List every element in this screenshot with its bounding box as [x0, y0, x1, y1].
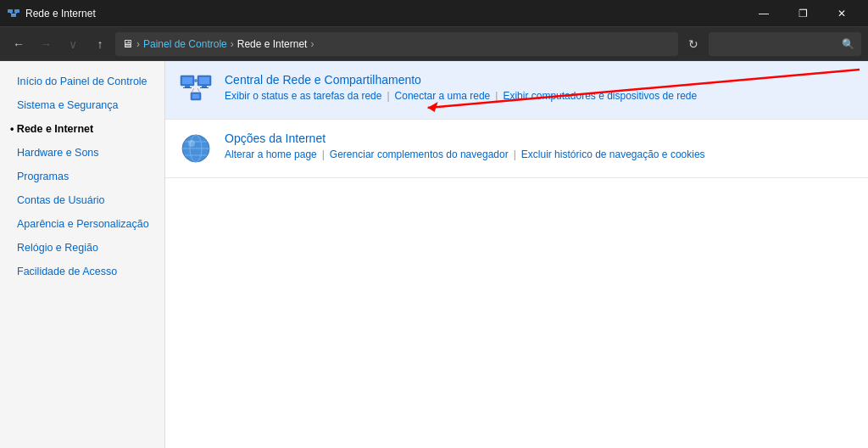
- sidebar-item-programas[interactable]: Programas: [0, 165, 164, 188]
- link-exibir-status[interactable]: Exibir o status e as tarefas da rede: [225, 90, 381, 102]
- link-conectar[interactable]: Conectar a uma rede: [395, 90, 491, 102]
- maximize-button[interactable]: ❐: [783, 0, 822, 27]
- svg-point-26: [188, 140, 195, 147]
- title-bar-controls: — ❐ ✕: [744, 0, 861, 27]
- network-sharing-body: Central de Rede e Compartilhamento Exibi…: [225, 73, 854, 102]
- minimize-button[interactable]: —: [744, 0, 783, 27]
- internet-options-body: Opções da Internet Alterar a home page |…: [225, 132, 854, 160]
- sidebar: Início do Painel de Controle Sistema e S…: [0, 61, 165, 448]
- link-exibir-computadores[interactable]: Exibir computadores e dispositivos de re…: [503, 90, 697, 102]
- sidebar-item-rede[interactable]: Rede e Internet: [0, 117, 164, 141]
- sidebar-item-inicio[interactable]: Início do Painel de Controle: [0, 70, 164, 93]
- svg-rect-13: [202, 86, 207, 87]
- title-bar-text: Rede e Internet: [25, 8, 744, 20]
- sidebar-item-hardware[interactable]: Hardware e Sons: [0, 141, 164, 165]
- link-alterar-home[interactable]: Alterar a home page: [225, 148, 317, 160]
- svg-rect-0: [8, 9, 13, 13]
- main-content: Início do Painel de Controle Sistema e S…: [0, 61, 868, 448]
- divider-1: |: [387, 90, 389, 102]
- divider-3: |: [322, 148, 325, 160]
- divider-4: |: [514, 148, 516, 160]
- divider-2: |: [495, 90, 498, 102]
- sidebar-item-facilidade[interactable]: Facilidade de Acesso: [0, 260, 164, 283]
- sidebar-item-relogio[interactable]: Relógio e Região: [0, 236, 164, 260]
- path-separator-1: ›: [136, 38, 140, 50]
- link-excluir-historico[interactable]: Excluir histórico de navegação e cookies: [521, 148, 705, 160]
- network-sharing-title[interactable]: Central de Rede e Compartilhamento: [225, 73, 854, 87]
- search-icon: 🔍: [842, 38, 854, 50]
- title-bar: Rede e Internet — ❐ ✕: [0, 0, 868, 27]
- path-segment-2: Rede e Internet: [237, 38, 308, 50]
- up-button[interactable]: ↑: [88, 32, 112, 56]
- internet-options-section: Opções da Internet Alterar a home page |…: [165, 120, 868, 178]
- refresh-button[interactable]: ↻: [682, 32, 705, 56]
- svg-rect-8: [182, 77, 192, 84]
- link-gerenciar-complementos[interactable]: Gerenciar complementos do navegador: [330, 148, 509, 160]
- network-sharing-links: Exibir o status e as tarefas da rede | C…: [225, 90, 854, 102]
- content-area: Central de Rede e Compartilhamento Exibi…: [165, 61, 868, 448]
- dropdown-button[interactable]: ∨: [61, 32, 85, 56]
- network-sharing-section: Central de Rede e Compartilhamento Exibi…: [165, 61, 868, 120]
- internet-options-icon: [179, 132, 213, 165]
- path-separator-2: ›: [231, 38, 234, 50]
- title-bar-icon: [7, 7, 20, 20]
- back-button[interactable]: ←: [7, 32, 31, 56]
- svg-rect-18: [192, 94, 199, 98]
- internet-options-links: Alterar a home page | Gerenciar compleme…: [225, 148, 854, 160]
- path-segment-1[interactable]: Painel de Controle: [143, 38, 227, 50]
- svg-rect-1: [14, 9, 19, 13]
- internet-options-title[interactable]: Opções da Internet: [225, 132, 854, 145]
- svg-line-20: [198, 88, 200, 92]
- svg-point-16: [194, 79, 198, 82]
- sidebar-item-contas[interactable]: Contas de Usuário: [0, 188, 164, 212]
- sidebar-item-sistema[interactable]: Sistema e Segurança: [0, 93, 164, 117]
- search-box[interactable]: 🔍: [709, 32, 861, 56]
- svg-rect-10: [183, 87, 192, 88]
- close-button[interactable]: ✕: [822, 0, 861, 27]
- forward-button[interactable]: →: [34, 32, 58, 56]
- svg-rect-9: [185, 86, 190, 87]
- address-path: 🖥 › Painel de Controle › Rede e Internet…: [115, 32, 678, 56]
- address-bar: ← → ∨ ↑ 🖥 › Painel de Controle › Rede e …: [0, 27, 868, 61]
- svg-line-19: [192, 88, 194, 92]
- network-sharing-icon: [179, 73, 213, 107]
- path-separator-3: ›: [310, 38, 314, 50]
- svg-rect-14: [200, 87, 209, 88]
- svg-rect-12: [199, 77, 209, 84]
- sidebar-item-aparencia[interactable]: Aparência e Personalização: [0, 212, 164, 236]
- path-root-icon: 🖥: [122, 37, 133, 50]
